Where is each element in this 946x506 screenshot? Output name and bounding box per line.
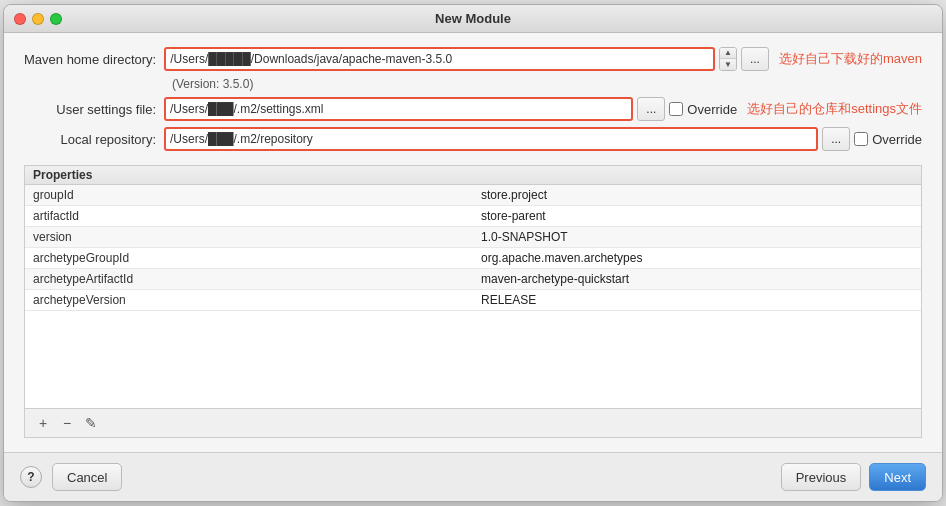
content-area: Maven home directory: ▲ ▼ ... 选好自己下载好的ma…: [4, 33, 942, 452]
next-button[interactable]: Next: [869, 463, 926, 491]
spinner-down[interactable]: ▼: [720, 59, 736, 70]
add-property-button[interactable]: +: [33, 413, 53, 433]
local-repo-browse-button[interactable]: ...: [822, 127, 850, 151]
maven-home-annotation: 选好自己下载好的maven: [779, 50, 922, 68]
table-row: archetypeArtifactIdmaven-archetype-quick…: [25, 269, 921, 290]
maximize-button[interactable]: [50, 13, 62, 25]
prop-key: artifactId: [25, 206, 473, 226]
table-row: groupIdstore.project: [25, 185, 921, 206]
prop-key: version: [25, 227, 473, 247]
user-settings-override-checkbox[interactable]: [669, 102, 683, 116]
prop-key: archetypeGroupId: [25, 248, 473, 268]
prop-key: archetypeVersion: [25, 290, 473, 310]
prop-value: store-parent: [473, 206, 921, 226]
close-button[interactable]: [14, 13, 26, 25]
prop-value: maven-archetype-quickstart: [473, 269, 921, 289]
properties-header: Properties: [25, 166, 921, 185]
table-row: archetypeVersionRELEASE: [25, 290, 921, 311]
properties-toolbar: + − ✎: [25, 408, 921, 437]
properties-section: Properties groupIdstore.projectartifactI…: [24, 165, 922, 438]
spinner-up[interactable]: ▲: [720, 48, 736, 59]
traffic-lights: [14, 13, 62, 25]
cancel-button[interactable]: Cancel: [52, 463, 122, 491]
previous-button[interactable]: Previous: [781, 463, 862, 491]
maven-home-input[interactable]: [164, 47, 715, 71]
footer-left: ? Cancel: [20, 463, 122, 491]
footer: ? Cancel Previous Next: [4, 452, 942, 501]
user-settings-input[interactable]: [164, 97, 633, 121]
user-settings-override-row: Override: [669, 102, 737, 117]
user-settings-row: User settings file: ... Override 选好自己的仓库…: [24, 97, 922, 121]
maven-home-row: Maven home directory: ▲ ▼ ... 选好自己下载好的ma…: [24, 47, 922, 71]
local-repo-input[interactable]: [164, 127, 818, 151]
user-settings-override-label: Override: [687, 102, 737, 117]
maven-home-label: Maven home directory:: [24, 52, 164, 67]
table-row: archetypeGroupIdorg.apache.maven.archety…: [25, 248, 921, 269]
prop-key: archetypeArtifactId: [25, 269, 473, 289]
local-repo-override-checkbox[interactable]: [854, 132, 868, 146]
maven-home-input-group: ▲ ▼ ...: [164, 47, 769, 71]
minimize-button[interactable]: [32, 13, 44, 25]
local-repo-row: Local repository: ... Override: [24, 127, 922, 151]
help-button[interactable]: ?: [20, 466, 42, 488]
user-settings-annotation: 选好自己的仓库和settings文件: [747, 100, 922, 118]
prop-value: 1.0-SNAPSHOT: [473, 227, 921, 247]
version-text: (Version: 3.5.0): [172, 77, 922, 91]
titlebar: New Module: [4, 5, 942, 33]
new-module-dialog: New Module Maven home directory: ▲ ▼ ...…: [3, 4, 943, 502]
maven-home-spinner[interactable]: ▲ ▼: [719, 47, 737, 71]
local-repo-label: Local repository:: [24, 132, 164, 147]
local-repo-override-label: Override: [872, 132, 922, 147]
window-title: New Module: [435, 11, 511, 26]
local-repo-override-row: Override: [854, 132, 922, 147]
edit-property-button[interactable]: ✎: [81, 413, 101, 433]
prop-value: org.apache.maven.archetypes: [473, 248, 921, 268]
local-repo-input-group: ... Override: [164, 127, 922, 151]
table-row: artifactIdstore-parent: [25, 206, 921, 227]
remove-property-button[interactable]: −: [57, 413, 77, 433]
prop-key: groupId: [25, 185, 473, 205]
user-settings-input-group: ... Override: [164, 97, 737, 121]
footer-right: Previous Next: [781, 463, 926, 491]
user-settings-browse-button[interactable]: ...: [637, 97, 665, 121]
maven-home-browse-button[interactable]: ...: [741, 47, 769, 71]
properties-table: groupIdstore.projectartifactIdstore-pare…: [25, 185, 921, 408]
table-row: version1.0-SNAPSHOT: [25, 227, 921, 248]
prop-value: store.project: [473, 185, 921, 205]
user-settings-label: User settings file:: [24, 102, 164, 117]
prop-value: RELEASE: [473, 290, 921, 310]
